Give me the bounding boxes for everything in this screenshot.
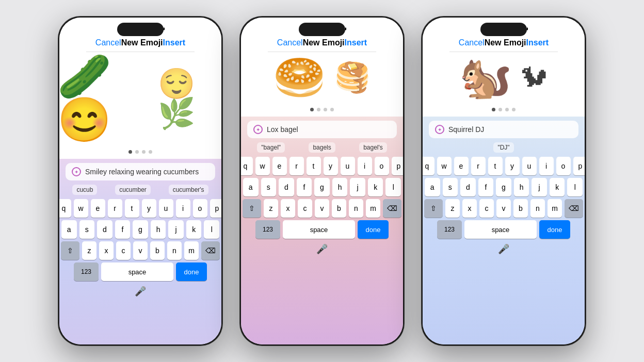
key-i[interactable]: i [176,199,190,218]
key-k[interactable]: k [368,178,383,196]
mic-icon[interactable]: 🎤 [135,286,146,297]
key-a[interactable]: a [243,178,259,196]
key-c[interactable]: c [298,199,312,218]
key-n[interactable]: n [530,199,545,218]
key-w[interactable]: w [74,199,88,218]
key-f[interactable]: f [478,178,494,196]
key-b[interactable]: b [513,199,528,218]
key-q[interactable]: q [423,157,434,175]
key-y[interactable]: y [324,157,338,175]
key-k[interactable]: k [186,220,202,239]
key-m[interactable]: m [366,199,380,218]
key-v[interactable]: v [496,199,511,218]
key-g[interactable]: g [496,178,511,196]
key-l[interactable]: l [204,220,219,239]
key-j[interactable]: j [168,220,184,239]
key-k[interactable]: k [550,178,565,196]
cancel-button[interactable]: Cancel [277,38,303,47]
key-w[interactable]: w [255,157,270,175]
key-h[interactable]: h [514,178,529,196]
backspace-key[interactable]: ⌫ [383,199,401,218]
key-j[interactable]: j [532,178,547,196]
key-q[interactable]: q [241,157,253,175]
key-e[interactable]: e [454,157,469,175]
mic-icon[interactable]: 🎤 [316,243,328,255]
key-u[interactable]: u [522,157,537,175]
key-f[interactable]: f [115,220,131,239]
numbers-key[interactable]: 123 [437,220,462,239]
key-s[interactable]: s [79,220,95,239]
key-w[interactable]: w [437,157,452,175]
key-q[interactable]: q [59,199,71,218]
suggestion-1[interactable]: "DJ" [493,142,513,153]
done-key[interactable]: done [358,220,389,239]
key-t[interactable]: t [125,199,139,218]
key-l[interactable]: l [385,178,401,196]
key-z[interactable]: z [445,199,460,218]
suggestion-3[interactable]: cucumber's [169,185,208,195]
key-b[interactable]: b [150,241,165,260]
key-x[interactable]: x [281,199,295,218]
shift-key[interactable]: ⇧ [61,241,79,260]
done-key[interactable]: done [539,220,570,239]
key-m[interactable]: m [184,241,199,260]
key-o[interactable]: o [193,199,207,218]
numbers-key[interactable]: 123 [74,262,99,281]
key-d[interactable]: d [279,178,294,196]
shift-key[interactable]: ⇧ [243,199,261,218]
backspace-key[interactable]: ⌫ [565,199,583,218]
key-p[interactable]: p [573,157,585,175]
space-key[interactable]: space [101,262,173,281]
key-p[interactable]: p [210,199,222,218]
key-i[interactable]: i [539,157,554,175]
key-c[interactable]: c [116,241,131,260]
key-p[interactable]: p [392,157,404,175]
key-z[interactable]: z [264,199,278,218]
key-b[interactable]: b [332,199,346,218]
key-n[interactable]: n [167,241,182,260]
key-r[interactable]: r [289,157,304,175]
suggestion-3[interactable]: bagel's [359,142,387,153]
key-g[interactable]: g [314,178,330,196]
key-v[interactable]: v [133,241,148,260]
key-l[interactable]: l [567,178,583,196]
insert-button[interactable]: Insert [345,38,367,47]
key-j[interactable]: j [350,178,365,196]
key-f[interactable]: f [297,178,312,196]
key-u[interactable]: u [159,199,173,218]
key-x[interactable]: x [99,241,114,260]
key-t[interactable]: t [488,157,503,175]
key-t[interactable]: t [307,157,321,175]
key-s[interactable]: s [443,178,458,196]
mic-icon[interactable]: 🎤 [498,243,509,255]
insert-button[interactable]: Insert [163,38,186,47]
suggestion-1[interactable]: cucub [72,185,97,195]
cancel-button[interactable]: Cancel [459,38,485,47]
key-g[interactable]: g [133,220,148,239]
search-bar[interactable]: ✦ Lox bagel [247,121,397,138]
shift-key[interactable]: ⇧ [424,199,443,218]
key-d[interactable]: d [460,178,476,196]
cancel-button[interactable]: Cancel [95,38,121,47]
key-a[interactable]: a [61,220,77,239]
key-r[interactable]: r [108,199,122,218]
key-e[interactable]: e [91,199,105,218]
search-bar[interactable]: ✦ Squirrel DJ [429,121,578,138]
key-z[interactable]: z [82,241,96,260]
insert-button[interactable]: Insert [526,38,549,47]
suggestion-2[interactable]: bagels [309,142,335,153]
key-h[interactable]: h [151,220,166,239]
key-a[interactable]: a [425,178,440,196]
backspace-key[interactable]: ⌫ [201,241,220,260]
key-v[interactable]: v [315,199,329,218]
key-s[interactable]: s [261,178,277,196]
key-r[interactable]: r [471,157,486,175]
space-key[interactable]: space [464,220,537,239]
key-i[interactable]: i [358,157,372,175]
key-o[interactable]: o [375,157,389,175]
numbers-key[interactable]: 123 [255,220,280,239]
done-key[interactable]: done [176,262,207,281]
key-h[interactable]: h [332,178,348,196]
key-c[interactable]: c [479,199,494,218]
space-key[interactable]: space [283,220,355,239]
